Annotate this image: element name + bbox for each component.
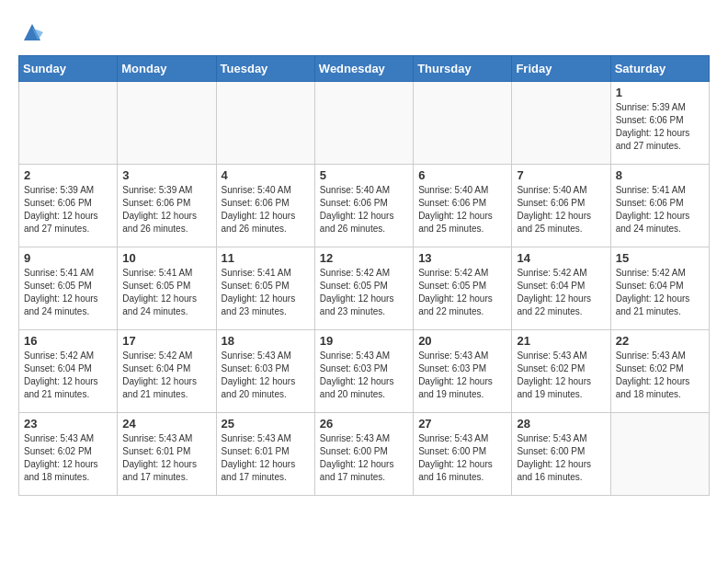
calendar-week-row: 1Sunrise: 5:39 AM Sunset: 6:06 PM Daylig… [19, 82, 710, 165]
day-number: 11 [222, 251, 310, 265]
weekday-header: Wednesday [314, 56, 413, 82]
day-number: 22 [616, 334, 704, 348]
day-info: Sunrise: 5:42 AM Sunset: 6:05 PM Dayligh… [418, 267, 506, 318]
calendar-cell: 1Sunrise: 5:39 AM Sunset: 6:06 PM Daylig… [610, 82, 709, 165]
calendar-cell: 18Sunrise: 5:43 AM Sunset: 6:03 PM Dayli… [216, 330, 314, 413]
calendar-cell [610, 413, 709, 496]
calendar-cell: 3Sunrise: 5:39 AM Sunset: 6:06 PM Daylig… [118, 165, 216, 247]
calendar-cell [414, 82, 512, 165]
day-info: Sunrise: 5:42 AM Sunset: 6:04 PM Dayligh… [24, 350, 112, 401]
calendar-week-row: 9Sunrise: 5:41 AM Sunset: 6:05 PM Daylig… [19, 247, 710, 330]
day-number: 3 [122, 168, 210, 182]
calendar-cell: 28Sunrise: 5:43 AM Sunset: 6:00 PM Dayli… [512, 413, 610, 496]
calendar-cell: 2Sunrise: 5:39 AM Sunset: 6:06 PM Daylig… [19, 165, 118, 247]
calendar-cell: 17Sunrise: 5:42 AM Sunset: 6:04 PM Dayli… [118, 330, 216, 413]
weekday-header: Thursday [414, 56, 512, 82]
day-info: Sunrise: 5:39 AM Sunset: 6:06 PM Dayligh… [122, 184, 210, 236]
calendar-cell: 23Sunrise: 5:43 AM Sunset: 6:02 PM Dayli… [19, 413, 118, 496]
day-number: 2 [24, 168, 112, 182]
day-number: 20 [418, 334, 506, 348]
day-number: 17 [122, 334, 210, 348]
calendar-cell: 4Sunrise: 5:40 AM Sunset: 6:06 PM Daylig… [216, 165, 314, 247]
calendar-cell: 26Sunrise: 5:43 AM Sunset: 6:00 PM Dayli… [314, 413, 413, 496]
calendar-cell: 15Sunrise: 5:42 AM Sunset: 6:04 PM Dayli… [610, 247, 709, 330]
day-number: 18 [222, 334, 310, 348]
calendar-cell: 20Sunrise: 5:43 AM Sunset: 6:03 PM Dayli… [414, 330, 512, 413]
calendar-cell [512, 82, 610, 165]
day-number: 14 [517, 251, 605, 265]
day-info: Sunrise: 5:42 AM Sunset: 6:04 PM Dayligh… [517, 267, 605, 318]
day-info: Sunrise: 5:43 AM Sunset: 6:02 PM Dayligh… [616, 350, 704, 401]
day-info: Sunrise: 5:41 AM Sunset: 6:05 PM Dayligh… [24, 267, 112, 318]
logo-icon [18, 18, 46, 46]
calendar-cell: 27Sunrise: 5:43 AM Sunset: 6:00 PM Dayli… [414, 413, 512, 496]
day-info: Sunrise: 5:41 AM Sunset: 6:05 PM Dayligh… [222, 267, 310, 318]
day-info: Sunrise: 5:42 AM Sunset: 6:04 PM Dayligh… [122, 350, 210, 401]
page-header [18, 18, 710, 46]
calendar-cell: 14Sunrise: 5:42 AM Sunset: 6:04 PM Dayli… [512, 247, 610, 330]
day-number: 9 [24, 251, 112, 265]
day-number: 1 [616, 86, 704, 99]
day-number: 23 [24, 417, 112, 431]
day-info: Sunrise: 5:42 AM Sunset: 6:05 PM Dayligh… [320, 267, 408, 318]
calendar-cell: 12Sunrise: 5:42 AM Sunset: 6:05 PM Dayli… [314, 247, 413, 330]
calendar-week-row: 23Sunrise: 5:43 AM Sunset: 6:02 PM Dayli… [19, 413, 710, 496]
day-number: 21 [517, 334, 605, 348]
calendar-cell [216, 82, 314, 165]
day-number: 10 [122, 251, 210, 265]
weekday-header: Tuesday [216, 56, 314, 82]
day-number: 28 [517, 417, 605, 431]
day-number: 27 [418, 417, 506, 431]
day-info: Sunrise: 5:43 AM Sunset: 6:03 PM Dayligh… [222, 350, 310, 401]
day-info: Sunrise: 5:43 AM Sunset: 6:00 PM Dayligh… [418, 432, 506, 484]
day-info: Sunrise: 5:43 AM Sunset: 6:03 PM Dayligh… [418, 350, 506, 401]
calendar-cell: 19Sunrise: 5:43 AM Sunset: 6:03 PM Dayli… [314, 330, 413, 413]
calendar-cell: 5Sunrise: 5:40 AM Sunset: 6:06 PM Daylig… [314, 165, 413, 247]
day-info: Sunrise: 5:40 AM Sunset: 6:06 PM Dayligh… [320, 184, 408, 236]
calendar-cell: 7Sunrise: 5:40 AM Sunset: 6:06 PM Daylig… [512, 165, 610, 247]
day-number: 19 [320, 334, 408, 348]
day-number: 26 [320, 417, 408, 431]
day-number: 7 [517, 168, 605, 182]
day-info: Sunrise: 5:43 AM Sunset: 6:00 PM Dayligh… [517, 432, 605, 484]
day-info: Sunrise: 5:41 AM Sunset: 6:06 PM Dayligh… [616, 184, 704, 236]
weekday-header: Monday [118, 56, 216, 82]
calendar-cell [19, 82, 118, 165]
day-info: Sunrise: 5:39 AM Sunset: 6:06 PM Dayligh… [24, 184, 112, 236]
day-number: 25 [222, 417, 310, 431]
calendar-cell: 11Sunrise: 5:41 AM Sunset: 6:05 PM Dayli… [216, 247, 314, 330]
day-info: Sunrise: 5:43 AM Sunset: 6:03 PM Dayligh… [320, 350, 408, 401]
day-number: 16 [24, 334, 112, 348]
day-info: Sunrise: 5:40 AM Sunset: 6:06 PM Dayligh… [222, 184, 310, 236]
day-info: Sunrise: 5:39 AM Sunset: 6:06 PM Dayligh… [616, 101, 704, 153]
day-info: Sunrise: 5:40 AM Sunset: 6:06 PM Dayligh… [418, 184, 506, 236]
calendar-week-row: 2Sunrise: 5:39 AM Sunset: 6:06 PM Daylig… [19, 165, 710, 247]
calendar-cell: 6Sunrise: 5:40 AM Sunset: 6:06 PM Daylig… [414, 165, 512, 247]
day-info: Sunrise: 5:43 AM Sunset: 6:02 PM Dayligh… [517, 350, 605, 401]
calendar-cell: 24Sunrise: 5:43 AM Sunset: 6:01 PM Dayli… [118, 413, 216, 496]
calendar-cell [118, 82, 216, 165]
day-number: 24 [122, 417, 210, 431]
calendar-cell: 8Sunrise: 5:41 AM Sunset: 6:06 PM Daylig… [610, 165, 709, 247]
weekday-header: Friday [512, 56, 610, 82]
weekday-header: Sunday [19, 56, 118, 82]
weekday-header: Saturday [610, 56, 709, 82]
calendar-cell: 21Sunrise: 5:43 AM Sunset: 6:02 PM Dayli… [512, 330, 610, 413]
calendar-cell: 10Sunrise: 5:41 AM Sunset: 6:05 PM Dayli… [118, 247, 216, 330]
calendar-week-row: 16Sunrise: 5:42 AM Sunset: 6:04 PM Dayli… [19, 330, 710, 413]
day-number: 12 [320, 251, 408, 265]
day-number: 8 [616, 168, 704, 182]
day-info: Sunrise: 5:41 AM Sunset: 6:05 PM Dayligh… [122, 267, 210, 318]
day-info: Sunrise: 5:43 AM Sunset: 6:00 PM Dayligh… [320, 432, 408, 484]
day-number: 6 [418, 168, 506, 182]
day-info: Sunrise: 5:42 AM Sunset: 6:04 PM Dayligh… [616, 267, 704, 318]
weekday-header-row: SundayMondayTuesdayWednesdayThursdayFrid… [19, 56, 710, 82]
calendar-cell: 25Sunrise: 5:43 AM Sunset: 6:01 PM Dayli… [216, 413, 314, 496]
day-number: 15 [616, 251, 704, 265]
day-info: Sunrise: 5:43 AM Sunset: 6:02 PM Dayligh… [24, 432, 112, 484]
logo [18, 18, 50, 46]
day-number: 5 [320, 168, 408, 182]
calendar-cell: 16Sunrise: 5:42 AM Sunset: 6:04 PM Dayli… [19, 330, 118, 413]
calendar-cell: 22Sunrise: 5:43 AM Sunset: 6:02 PM Dayli… [610, 330, 709, 413]
day-number: 4 [222, 168, 310, 182]
